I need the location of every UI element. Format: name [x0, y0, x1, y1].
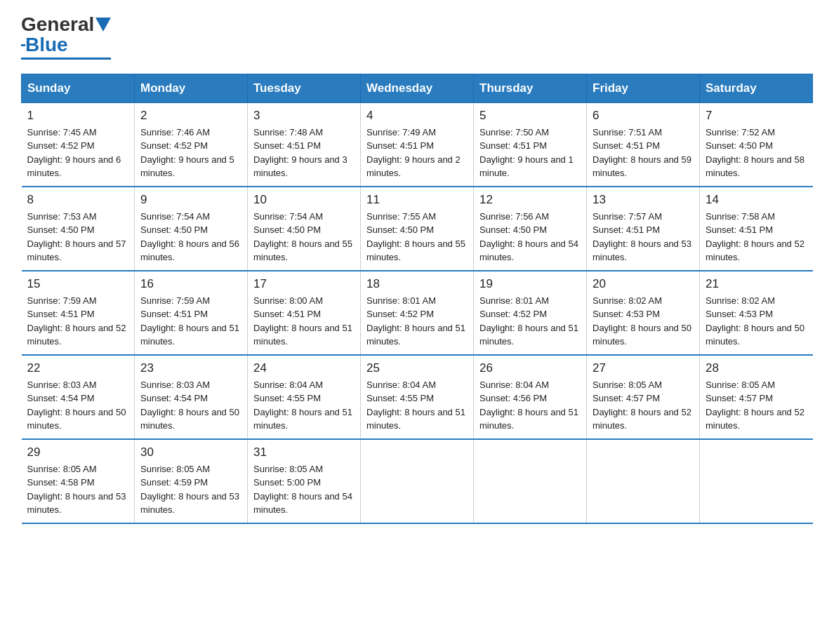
day-info: Sunrise: 8:00 AMSunset: 4:51 PMDaylight:… — [253, 294, 355, 349]
day-number: 18 — [366, 277, 468, 291]
day-number: 21 — [706, 277, 807, 291]
day-cell: 2 Sunrise: 7:46 AMSunset: 4:52 PMDayligh… — [135, 102, 248, 187]
logo-general: General — [21, 14, 94, 36]
day-info: Sunrise: 7:54 AMSunset: 4:50 PMDaylight:… — [140, 210, 241, 264]
day-cell: 12 Sunrise: 7:56 AMSunset: 4:50 PMDaylig… — [474, 187, 587, 271]
day-info: Sunrise: 8:05 AMSunset: 4:58 PMDaylight:… — [27, 462, 129, 517]
header-monday: Monday — [135, 74, 248, 102]
day-info: Sunrise: 7:56 AMSunset: 4:50 PMDaylight:… — [479, 210, 581, 264]
day-info: Sunrise: 7:52 AMSunset: 4:50 PMDaylight:… — [706, 126, 807, 180]
day-number: 15 — [27, 277, 129, 291]
day-number: 3 — [253, 109, 355, 123]
day-number: 19 — [479, 277, 581, 291]
day-cell: 6 Sunrise: 7:51 AMSunset: 4:51 PMDayligh… — [587, 102, 700, 187]
day-cell: 26 Sunrise: 8:04 AMSunset: 4:56 PMDaylig… — [474, 355, 587, 439]
day-info: Sunrise: 8:03 AMSunset: 4:54 PMDaylight:… — [140, 378, 241, 433]
day-cell: 28 Sunrise: 8:05 AMSunset: 4:57 PMDaylig… — [700, 355, 813, 439]
day-cell: 1 Sunrise: 7:45 AMSunset: 4:52 PMDayligh… — [22, 102, 135, 187]
day-cell: 10 Sunrise: 7:54 AMSunset: 4:50 PMDaylig… — [248, 187, 361, 271]
day-number: 16 — [140, 277, 241, 291]
day-info: Sunrise: 7:55 AMSunset: 4:50 PMDaylight:… — [366, 210, 468, 264]
day-number: 7 — [706, 109, 807, 123]
day-info: Sunrise: 7:53 AMSunset: 4:50 PMDaylight:… — [27, 210, 129, 264]
day-info: Sunrise: 8:04 AMSunset: 4:55 PMDaylight:… — [366, 378, 468, 433]
day-cell: 11 Sunrise: 7:55 AMSunset: 4:50 PMDaylig… — [361, 187, 474, 271]
week-row-1: 1 Sunrise: 7:45 AMSunset: 4:52 PMDayligh… — [22, 102, 813, 187]
day-info: Sunrise: 7:45 AMSunset: 4:52 PMDaylight:… — [27, 126, 129, 180]
day-number: 1 — [27, 109, 129, 123]
week-row-4: 22 Sunrise: 8:03 AMSunset: 4:54 PMDaylig… — [22, 355, 813, 439]
day-info: Sunrise: 8:05 AMSunset: 4:57 PMDaylight:… — [593, 378, 694, 433]
day-cell: 9 Sunrise: 7:54 AMSunset: 4:50 PMDayligh… — [135, 187, 248, 271]
header-wednesday: Wednesday — [361, 74, 474, 102]
day-cell: 20 Sunrise: 8:02 AMSunset: 4:53 PMDaylig… — [587, 271, 700, 355]
day-info: Sunrise: 7:49 AMSunset: 4:51 PMDaylight:… — [366, 126, 468, 180]
day-number: 17 — [253, 277, 355, 291]
day-cell: 3 Sunrise: 7:48 AMSunset: 4:51 PMDayligh… — [248, 102, 361, 187]
day-cell: 5 Sunrise: 7:50 AMSunset: 4:51 PMDayligh… — [474, 102, 587, 187]
logo: General Blue — [21, 14, 111, 60]
day-info: Sunrise: 7:54 AMSunset: 4:50 PMDaylight:… — [253, 210, 355, 264]
day-info: Sunrise: 7:46 AMSunset: 4:52 PMDaylight:… — [140, 126, 241, 180]
day-cell: 18 Sunrise: 8:01 AMSunset: 4:52 PMDaylig… — [361, 271, 474, 355]
day-cell — [474, 439, 587, 523]
day-cell — [700, 439, 813, 523]
day-number: 30 — [140, 445, 241, 459]
day-number: 23 — [140, 361, 241, 375]
day-cell: 22 Sunrise: 8:03 AMSunset: 4:54 PMDaylig… — [22, 355, 135, 439]
day-cell: 31 Sunrise: 8:05 AMSunset: 5:00 PMDaylig… — [248, 439, 361, 523]
day-info: Sunrise: 7:58 AMSunset: 4:51 PMDaylight:… — [706, 210, 807, 264]
day-cell: 30 Sunrise: 8:05 AMSunset: 4:59 PMDaylig… — [135, 439, 248, 523]
day-number: 13 — [593, 193, 694, 207]
day-cell: 25 Sunrise: 8:04 AMSunset: 4:55 PMDaylig… — [361, 355, 474, 439]
day-cell: 27 Sunrise: 8:05 AMSunset: 4:57 PMDaylig… — [587, 355, 700, 439]
day-info: Sunrise: 8:05 AMSunset: 4:59 PMDaylight:… — [140, 462, 241, 517]
day-info: Sunrise: 8:02 AMSunset: 4:53 PMDaylight:… — [706, 294, 807, 349]
day-cell: 16 Sunrise: 7:59 AMSunset: 4:51 PMDaylig… — [135, 271, 248, 355]
day-cell: 4 Sunrise: 7:49 AMSunset: 4:51 PMDayligh… — [361, 102, 474, 187]
header-friday: Friday — [587, 74, 700, 102]
day-info: Sunrise: 8:04 AMSunset: 4:56 PMDaylight:… — [479, 378, 581, 433]
day-number: 25 — [366, 361, 468, 375]
day-number: 28 — [706, 361, 807, 375]
calendar-header-row: SundayMondayTuesdayWednesdayThursdayFrid… — [22, 74, 813, 102]
day-cell: 8 Sunrise: 7:53 AMSunset: 4:50 PMDayligh… — [22, 187, 135, 271]
day-number: 26 — [479, 361, 581, 375]
day-cell: 21 Sunrise: 8:02 AMSunset: 4:53 PMDaylig… — [700, 271, 813, 355]
day-info: Sunrise: 8:01 AMSunset: 4:52 PMDaylight:… — [366, 294, 468, 349]
day-cell: 29 Sunrise: 8:05 AMSunset: 4:58 PMDaylig… — [22, 439, 135, 523]
day-cell: 17 Sunrise: 8:00 AMSunset: 4:51 PMDaylig… — [248, 271, 361, 355]
day-info: Sunrise: 7:59 AMSunset: 4:51 PMDaylight:… — [27, 294, 129, 349]
week-row-2: 8 Sunrise: 7:53 AMSunset: 4:50 PMDayligh… — [22, 187, 813, 271]
day-cell: 15 Sunrise: 7:59 AMSunset: 4:51 PMDaylig… — [22, 271, 135, 355]
day-cell: 24 Sunrise: 8:04 AMSunset: 4:55 PMDaylig… — [248, 355, 361, 439]
logo-underline — [21, 58, 111, 60]
week-row-5: 29 Sunrise: 8:05 AMSunset: 4:58 PMDaylig… — [22, 439, 813, 523]
day-cell: 7 Sunrise: 7:52 AMSunset: 4:50 PMDayligh… — [700, 102, 813, 187]
day-info: Sunrise: 8:03 AMSunset: 4:54 PMDaylight:… — [27, 378, 129, 433]
day-cell: 23 Sunrise: 8:03 AMSunset: 4:54 PMDaylig… — [135, 355, 248, 439]
day-number: 22 — [27, 361, 129, 375]
logo-triangle-icon — [95, 18, 111, 32]
day-number: 12 — [479, 193, 581, 207]
day-cell — [361, 439, 474, 523]
day-number: 14 — [706, 193, 807, 207]
day-info: Sunrise: 7:51 AMSunset: 4:51 PMDaylight:… — [593, 126, 694, 180]
week-row-3: 15 Sunrise: 7:59 AMSunset: 4:51 PMDaylig… — [22, 271, 813, 355]
day-number: 29 — [27, 445, 129, 459]
header-thursday: Thursday — [474, 74, 587, 102]
day-number: 10 — [253, 193, 355, 207]
logo-blue: Blue — [25, 34, 68, 56]
day-number: 27 — [593, 361, 694, 375]
day-info: Sunrise: 7:59 AMSunset: 4:51 PMDaylight:… — [140, 294, 241, 349]
day-number: 31 — [253, 445, 355, 459]
day-number: 5 — [479, 109, 581, 123]
header-saturday: Saturday — [700, 74, 813, 102]
header-sunday: Sunday — [22, 74, 135, 102]
day-number: 20 — [593, 277, 694, 291]
day-cell: 19 Sunrise: 8:01 AMSunset: 4:52 PMDaylig… — [474, 271, 587, 355]
day-number: 9 — [140, 193, 241, 207]
day-number: 8 — [27, 193, 129, 207]
day-number: 4 — [366, 109, 468, 123]
day-cell — [587, 439, 700, 523]
